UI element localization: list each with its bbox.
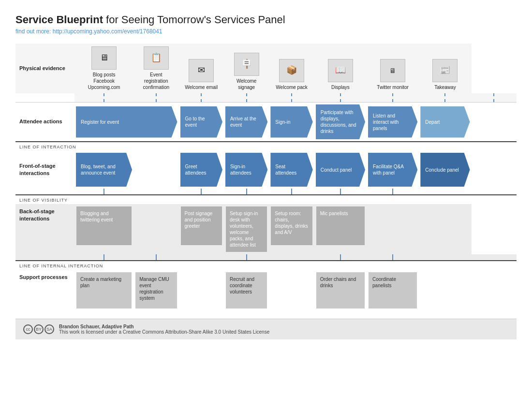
footer-text: Brandon Schauer, Adaptive Path This work… [59, 324, 269, 335]
phys-cell-4: 🪧 Welcomesignage [224, 44, 269, 93]
back-text-3: Setup sign-in desk with volunteers, welc… [230, 211, 258, 248]
attendee-action-5: Participate with displays, discussions, … [314, 103, 367, 142]
attendee-label: Attendee actions [15, 103, 74, 142]
front-cell-1: Blog, tweet, and announce event [74, 151, 133, 189]
phys-cell-8: 📰 Takeaway [419, 44, 471, 93]
support-text-4: Order chairs and drinks [320, 277, 356, 288]
front-text-5: Conduct panel [321, 167, 352, 173]
attendee-text-2: Go to the event [185, 116, 215, 128]
attendee-text-4: Sign-in [275, 119, 290, 125]
front-text-6: Facilitate Q&A with panel [373, 163, 410, 176]
separator-internal: LINE OF INTERNAL INTERACTION [15, 261, 517, 270]
attendee-action-7: Depart [419, 103, 471, 142]
attendee-text-5: Participate with displays, discussions, … [321, 109, 357, 134]
attendee-text-1: Register for event [81, 119, 119, 125]
back-cell-1: Blogging and twittering event [74, 204, 133, 254]
back-stage-label: Back-of-stage interactions [15, 204, 74, 254]
back-text-4: Setup room: chairs, displays, drinks and… [275, 211, 308, 235]
attendee-action-3: Arrive at the event [224, 103, 269, 142]
connector-row-1 [15, 93, 517, 103]
phys-cell-3: ✉ Welcome email [179, 44, 224, 93]
front-text-2: Greet attendees [185, 163, 215, 176]
attendee-action-6: Listen and interact with panels [367, 103, 419, 142]
connector-row-2 [15, 189, 517, 195]
support-text-1: Create a marketing plan [80, 277, 121, 288]
cc-icon: cc BY SA [23, 324, 54, 334]
front-cell-2: Greet attendees [179, 151, 224, 189]
page-title: Service Blueprint for Seeing Tomorrow's … [15, 14, 517, 26]
physical-label: Physical evidence [15, 44, 74, 93]
footer-license: This work is licensed under a Creative C… [59, 329, 269, 335]
front-text-4: Seat attendees [275, 163, 305, 176]
front-cell-3: Sign-in attendees [224, 151, 269, 189]
front-cell-6: Facilitate Q&A with panel [367, 151, 419, 189]
subtitle: find out more: http://upcoming.yahoo.com… [15, 28, 517, 35]
back-text-2: Post signage and position greeter [185, 211, 213, 229]
phys-cell-6: 📖 Displays [314, 44, 367, 93]
connector-row-3 [15, 254, 517, 261]
physical-evidence-row: Physical evidence 🖥 Blog postsFacebookUp… [15, 44, 517, 93]
front-text-7: Conclude panel [425, 167, 459, 173]
front-cell-5: Conduct panel [314, 151, 367, 189]
support-text-5: Coordinate panelists [372, 277, 396, 288]
phys-label-5: Welcome pack [276, 84, 307, 90]
support-cell-empty2 [269, 270, 314, 311]
separator-interaction-label: LINE OF INTERACTION [19, 145, 76, 149]
back-cell-empty1 [133, 204, 178, 254]
page: Service Blueprint for Seeing Tomorrow's … [0, 0, 532, 339]
back-cell-5: Mic panelists [314, 204, 367, 254]
attendee-text-6: Listen and interact with panels [373, 113, 410, 132]
support-text-2: Manage CMU event registration system [139, 277, 169, 301]
support-cell-empty1 [179, 270, 224, 311]
separator-internal-label: LINE OF INTERNAL INTERACTION [19, 264, 103, 268]
support-cell-empty4 [472, 270, 517, 311]
support-cell-4: Order chairs and drinks [314, 270, 367, 311]
phys-label-4: Welcomesignage [236, 78, 257, 90]
attendee-action-4: Sign-in [269, 103, 314, 142]
back-text-1: Blogging and twittering event [80, 211, 113, 222]
attendee-text-7: Depart [425, 119, 440, 125]
footer: cc BY SA Brandon Schauer, Adaptive Path … [15, 319, 517, 339]
front-stage-row: Front-of-stage interactions Blog, tweet,… [15, 151, 517, 189]
separator-visibility-label: LINE OF VISIBILITY [19, 198, 68, 203]
front-text-3: Sign-in attendees [230, 163, 260, 176]
back-text-5: Mic panelists [320, 211, 348, 216]
support-row: Support processes Create a marketing pla… [15, 270, 517, 311]
support-cell-3: Recruit and coordinate volunteers [224, 270, 269, 311]
footer-author: Brandon Schauer, Adaptive Path [59, 324, 134, 329]
support-cell-2: Manage CMU event registration system [133, 270, 178, 311]
back-stage-row: Back-of-stage interactions Blogging and … [15, 204, 517, 254]
phys-cell-2: 📋 Eventregistrationconfirmation [133, 44, 178, 93]
attendee-action-2: Go to the event [179, 103, 224, 142]
support-cell-empty3 [419, 270, 471, 311]
support-text-3: Recruit and coordinate volunteers [230, 277, 254, 294]
phys-label-7: Twitter monitor [377, 84, 409, 90]
separator-interaction: LINE OF INTERACTION [15, 142, 517, 151]
front-stage-label: Front-of-stage interactions [15, 151, 74, 189]
attendee-actions-row: Attendee actions Register for event Go t… [15, 103, 517, 142]
front-cell-4: Seat attendees [269, 151, 314, 189]
phys-cell-1: 🖥 Blog postsFacebookUpcoming.com [74, 44, 133, 93]
phys-label-6: Displays [331, 84, 350, 90]
front-cell-empty [133, 151, 178, 189]
back-cell-2: Post signage and position greeter [179, 204, 224, 254]
support-cell-5: Coordinate panelists [367, 270, 419, 311]
separator-visibility: LINE OF VISIBILITY [15, 195, 517, 204]
support-cell-1: Create a marketing plan [74, 270, 133, 311]
attendee-action-1: Register for event [74, 103, 178, 142]
back-cell-4: Setup room: chairs, displays, drinks and… [269, 204, 314, 254]
back-cell-empty3 [419, 204, 471, 254]
phys-cell-5: 📦 Welcome pack [269, 44, 314, 93]
front-cell-7: Conclude panel [419, 151, 471, 189]
front-text-1: Blog, tweet, and announce event [81, 163, 124, 176]
phys-label-8: Takeaway [434, 84, 456, 90]
attendee-text-3: Arrive at the event [230, 116, 260, 128]
support-label: Support processes [15, 270, 74, 311]
phys-label-2: Eventregistrationconfirmation [143, 72, 169, 90]
phys-label-1: Blog postsFacebookUpcoming.com [88, 72, 120, 90]
phys-label-3: Welcome email [185, 84, 218, 90]
back-cell-empty2 [367, 204, 419, 254]
phys-cell-7: 🖥 Twitter monitor [367, 44, 419, 93]
blueprint-table: Physical evidence 🖥 Blog postsFacebookUp… [15, 44, 517, 311]
back-cell-3: Setup sign-in desk with volunteers, welc… [224, 204, 269, 254]
